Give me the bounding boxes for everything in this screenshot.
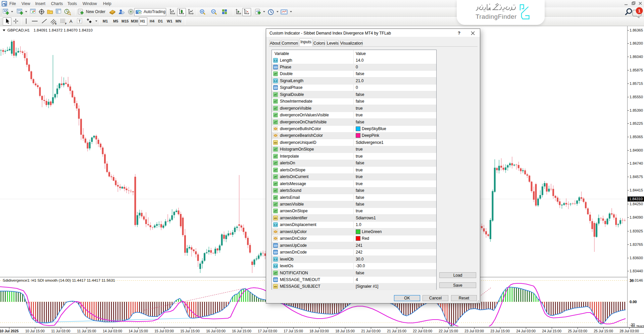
- svg-text:VQ: VQ: [4, 4, 7, 6]
- svg-text:E: E: [55, 22, 57, 25]
- svg-text:F: F: [65, 22, 67, 25]
- svg-text:1: 1: [638, 8, 640, 13]
- svg-text:T: T: [79, 19, 81, 23]
- svg-text:Sdidivergence1: H1 SDI smooth: Sdidivergence1: H1 SDI smooth (14.00) 11…: [3, 278, 115, 282]
- svg-text:TradingFinder: TradingFinder: [476, 13, 517, 20]
- svg-text:1.84091 1.84372 1.84070 1.8431: 1.84091 1.84372 1.84070 1.84310: [34, 28, 93, 32]
- svg-text:GBPCAD,H1: GBPCAD,H1: [7, 28, 30, 32]
